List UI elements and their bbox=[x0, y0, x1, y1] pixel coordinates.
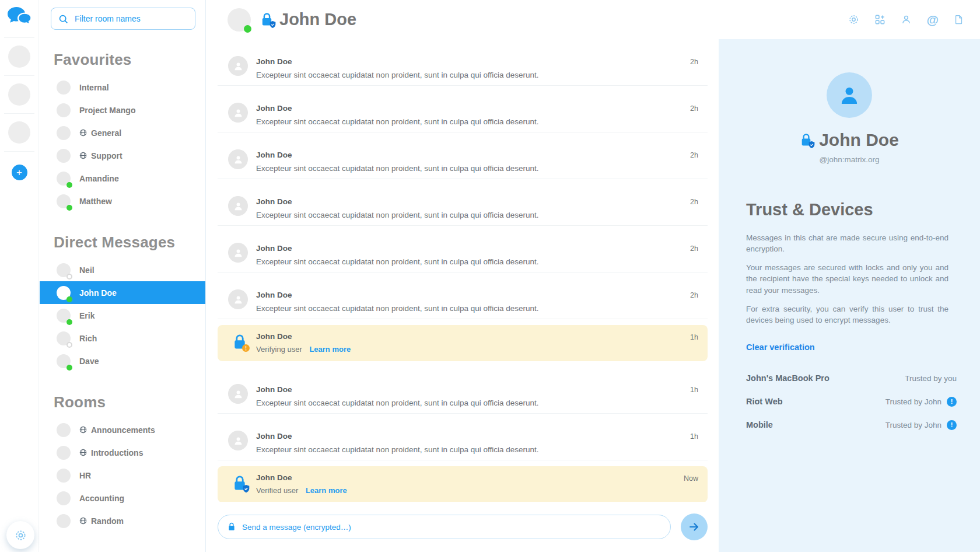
presence-dot bbox=[66, 319, 72, 325]
trust-devices-description: Messages in this chat are made secure us… bbox=[746, 232, 949, 326]
avatar bbox=[57, 423, 71, 437]
settings-button[interactable] bbox=[6, 521, 34, 549]
lock-icon bbox=[228, 522, 236, 531]
rail-divider bbox=[4, 75, 34, 76]
avatar[interactable] bbox=[228, 56, 248, 76]
message-input-pill[interactable] bbox=[218, 515, 671, 539]
message-author: John Doe bbox=[256, 57, 292, 66]
sidebar-item-introductions[interactable]: Introductions bbox=[40, 441, 205, 464]
gear-icon bbox=[15, 529, 27, 541]
device-trust-status: Trusted by John bbox=[886, 421, 942, 429]
sidebar-item-rich[interactable]: Rich bbox=[40, 327, 205, 350]
sidebar-item-matthew[interactable]: Matthew bbox=[40, 190, 205, 212]
sidebar-item-amandine[interactable]: Amandine bbox=[40, 167, 205, 190]
verification-author: John Doe bbox=[256, 473, 292, 482]
composer bbox=[206, 502, 719, 552]
verification-status: Verifying user bbox=[256, 345, 302, 354]
avatar[interactable] bbox=[228, 149, 248, 169]
profile-icon[interactable] bbox=[901, 14, 912, 25]
sidebar-item-accounting[interactable]: Accounting bbox=[40, 487, 205, 509]
message-input[interactable] bbox=[241, 522, 661, 532]
settings-icon[interactable] bbox=[848, 14, 859, 25]
learn-more-link[interactable]: Learn more bbox=[309, 345, 351, 354]
app-window: + Favourites Internal bbox=[0, 0, 980, 552]
add-room-icon[interactable] bbox=[874, 14, 886, 25]
user-name: John Doe bbox=[819, 130, 899, 150]
verification-banner-pending: John Doe Verifying user Learn more 1h bbox=[218, 325, 708, 361]
files-icon[interactable] bbox=[954, 15, 964, 25]
avatar bbox=[57, 103, 71, 117]
person-icon bbox=[233, 294, 244, 305]
avatar[interactable] bbox=[228, 431, 248, 450]
sidebar-item-john-doe[interactable]: John Doe bbox=[40, 281, 205, 304]
avatar[interactable] bbox=[228, 243, 248, 263]
message-author: John Doe bbox=[256, 151, 292, 159]
room-name: Neil bbox=[79, 265, 94, 275]
search-icon bbox=[58, 14, 68, 24]
presence-dot bbox=[66, 274, 72, 280]
person-icon bbox=[233, 435, 244, 446]
sidebar-item-dave[interactable]: Dave bbox=[40, 350, 205, 372]
message-timestamp: Now bbox=[684, 474, 698, 483]
sidebar-item-erik[interactable]: Erik bbox=[40, 304, 205, 327]
arrow-right-icon bbox=[688, 520, 701, 533]
trust-paragraph: For extra security, you can verify this … bbox=[746, 303, 949, 326]
sidebar-item-hr[interactable]: HR bbox=[40, 464, 205, 487]
message-row: John Doe Excepteur sint occaecat cupidat… bbox=[218, 86, 708, 132]
device-trust-status: Trusted by you bbox=[905, 374, 957, 383]
room-filter bbox=[51, 8, 195, 30]
room-name: HR bbox=[79, 471, 91, 480]
community-avatar[interactable] bbox=[8, 46, 30, 68]
message-text: Excepteur sint occaecat cupidatat non pr… bbox=[256, 399, 539, 407]
sidebar-item-neil[interactable]: Neil bbox=[40, 258, 205, 281]
avatar[interactable] bbox=[228, 384, 248, 404]
message-text: Excepteur sint occaecat cupidatat non pr… bbox=[256, 71, 539, 79]
add-community-button[interactable]: + bbox=[12, 165, 27, 180]
avatar[interactable] bbox=[228, 103, 248, 123]
room-name: Announcements bbox=[91, 425, 155, 435]
room-name: Amandine bbox=[79, 174, 119, 183]
room-filter-input[interactable] bbox=[74, 13, 188, 24]
avatar[interactable] bbox=[228, 289, 248, 309]
sidebar-item-internal[interactable]: Internal bbox=[40, 76, 205, 99]
community-avatar[interactable] bbox=[8, 83, 30, 106]
section-title: Direct Messages bbox=[54, 233, 205, 251]
globe-icon bbox=[79, 517, 87, 525]
room-name: Erik bbox=[79, 311, 94, 320]
send-button[interactable] bbox=[681, 513, 708, 540]
warning-badge-icon bbox=[242, 344, 250, 352]
user-avatar bbox=[827, 72, 872, 118]
globe-icon bbox=[79, 449, 87, 456]
room-name: Dave bbox=[79, 357, 99, 366]
globe-icon bbox=[79, 426, 87, 434]
info-icon[interactable]: ! bbox=[947, 397, 957, 407]
mentions-icon[interactable]: @ bbox=[927, 13, 939, 26]
chat-bubbles-icon bbox=[7, 6, 32, 30]
trust-paragraph: Your messages are secured with locks and… bbox=[746, 262, 949, 295]
sidebar-item-general[interactable]: General bbox=[40, 121, 205, 144]
device-row: Mobile Trusted by John ! bbox=[746, 413, 957, 436]
message-row: John Doe Excepteur sint occaecat cupidat… bbox=[218, 39, 708, 86]
avatar bbox=[57, 263, 71, 277]
community-rail: + bbox=[0, 0, 39, 552]
community-avatar[interactable] bbox=[8, 121, 30, 144]
person-icon bbox=[233, 107, 244, 118]
avatar bbox=[228, 8, 251, 32]
sidebar-item-random[interactable]: Random bbox=[40, 509, 205, 532]
avatar bbox=[57, 354, 71, 368]
globe-icon bbox=[79, 152, 87, 159]
message-author: John Doe bbox=[256, 244, 292, 253]
message-text: Excepteur sint occaecat cupidatat non pr… bbox=[256, 445, 539, 454]
presence-dot bbox=[66, 296, 72, 302]
clear-verification-link[interactable]: Clear verification bbox=[746, 343, 815, 352]
sidebar-item-support[interactable]: Support bbox=[40, 144, 205, 167]
device-name: Mobile bbox=[746, 420, 773, 429]
message-author: John Doe bbox=[256, 432, 292, 441]
person-icon bbox=[233, 201, 244, 212]
learn-more-link[interactable]: Learn more bbox=[306, 486, 347, 495]
info-icon[interactable]: ! bbox=[947, 420, 957, 430]
avatar[interactable] bbox=[228, 196, 248, 216]
sidebar-item-project-mango[interactable]: Project Mango bbox=[40, 99, 205, 121]
sidebar-item-announcements[interactable]: Announcements bbox=[40, 418, 205, 441]
avatar bbox=[57, 126, 71, 140]
